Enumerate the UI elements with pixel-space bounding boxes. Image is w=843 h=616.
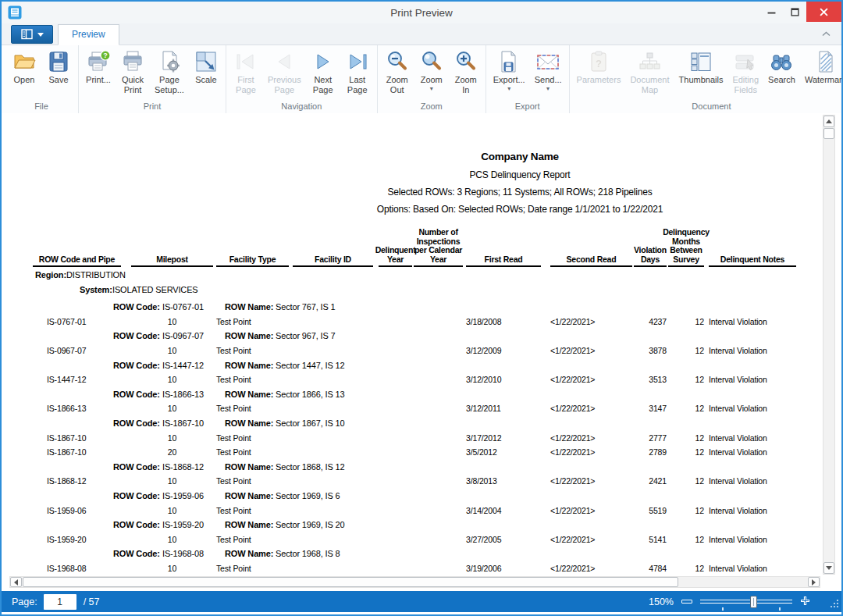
ribbon-toolbar: OpenSaveFile?Print...Quick PrintPage Set… (2, 45, 841, 114)
report-page: Company Name PCS Delinquency Report Sele… (9, 115, 821, 575)
button-label: Last Page (347, 75, 368, 94)
minimize-icon (767, 8, 776, 16)
page-number-input[interactable] (44, 594, 76, 610)
page-setup-icon (157, 49, 182, 74)
row-code-value: IS-1867-10 (162, 416, 204, 431)
zoom-slider[interactable] (700, 600, 792, 604)
page-label: Page: (12, 596, 37, 607)
months-cell: 12 (668, 344, 704, 358)
vertical-scrollbar[interactable] (823, 115, 835, 575)
zoom-in-button[interactable]: Zoom In (449, 47, 483, 94)
row-name-label: ROW Name: (225, 300, 273, 315)
search-button[interactable]: Search (763, 47, 800, 85)
close-button[interactable] (806, 2, 841, 22)
export-icon (496, 49, 521, 74)
row-code-label: ROW Code: (113, 547, 160, 561)
horizontal-scroll-thumb[interactable] (23, 577, 678, 587)
scroll-down-button[interactable] (823, 562, 834, 574)
save-button[interactable]: Save (41, 47, 76, 85)
arrow-up-icon (826, 119, 832, 123)
facility-type-cell: Test Point (216, 344, 251, 358)
scale-button[interactable]: Scale (189, 47, 223, 85)
collapse-ribbon-button[interactable] (820, 29, 831, 38)
row-name-value: Sector 1447, IS 12 (276, 358, 344, 373)
zoom-out-slider-button[interactable] (681, 600, 692, 604)
button-label: Page Setup... (155, 75, 184, 94)
report-data-row: IS-1447-1210Test Point3/12/2010<1/22/202… (9, 372, 821, 387)
next-page-button[interactable]: Next Page (306, 47, 340, 94)
report-data-row: IS-1868-1210Test Point3/8/2013<1/22/2021… (9, 474, 821, 489)
page-setup-button[interactable]: Page Setup... (150, 47, 189, 94)
first-read-cell: 3/27/2005 (466, 532, 501, 547)
row-code-value: IS-1447-12 (162, 358, 204, 373)
scroll-up-button[interactable] (823, 116, 834, 127)
first-read-cell: 3/17/2012 (466, 431, 501, 446)
row-name-label: ROW Name: (225, 387, 273, 402)
column-header: Number of Inspections per Calendar Year (414, 228, 463, 267)
delinquent-notes-cell: Interval Violation (709, 344, 767, 358)
last-page-button[interactable]: Last Page (340, 47, 375, 94)
row-code-cell: IS-1867-10 (47, 431, 86, 446)
milepost-cell: 10 (131, 431, 213, 446)
facility-type-cell: Test Point (216, 532, 251, 547)
second-read-cell: <1/22/2021> (550, 372, 595, 387)
group-caption: Zoom (380, 100, 483, 113)
button-label: Zoom In (455, 75, 477, 94)
zoom-in-slider-button[interactable] (800, 596, 810, 608)
report-data-row: IS-0767-0110Test Point3/18/2008<1/22/202… (9, 315, 821, 329)
scroll-right-button[interactable] (808, 577, 820, 587)
months-cell: 12 (668, 474, 704, 489)
row-code-cell: IS-1866-13 (47, 401, 86, 416)
second-read-cell: <1/22/2021> (550, 401, 595, 416)
minimize-button[interactable] (759, 2, 783, 22)
milepost-cell: 10 (131, 474, 213, 489)
row-code-label: ROW Code: (113, 489, 160, 504)
arrow-down-icon (826, 566, 832, 570)
row-group-header: ROW Code:IS-1959-06ROW Name:Sector 1969,… (9, 489, 821, 504)
print-button[interactable]: ?Print... (81, 47, 116, 85)
column-header: First Read (466, 255, 541, 268)
quick-print-button[interactable]: Quick Print (116, 47, 150, 94)
group-caption: Document (572, 100, 843, 113)
document-map-icon (637, 49, 662, 74)
column-header: Facility ID (293, 255, 373, 268)
resize-grip[interactable] (830, 599, 839, 611)
tab-preview[interactable]: Preview (58, 24, 119, 45)
second-read-cell: <1/22/2021> (550, 504, 595, 518)
row-group-header: ROW Code:IS-1867-10ROW Name:Sector 1867,… (9, 416, 821, 431)
dropdown-caret-icon: ▾ (430, 86, 433, 92)
send-button[interactable]: Send...▾ (530, 47, 567, 92)
editing-fields-button: Editing Fields (727, 47, 763, 94)
zoom-slider-thumb[interactable] (750, 596, 757, 608)
months-cell: 12 (668, 445, 704, 460)
open-button[interactable]: Open (7, 47, 41, 85)
scale-icon (194, 49, 219, 74)
region-label: Region: (35, 268, 66, 283)
thumbnails-button[interactable]: Thumbnails (674, 47, 728, 85)
row-name-label: ROW Name: (225, 547, 273, 561)
row-name-value: Sector 1969, IS 20 (276, 518, 344, 532)
ribbon-tabs-row: Preview (2, 23, 841, 45)
button-label: Scale (195, 75, 217, 85)
watermark-button[interactable]: Watermark (800, 47, 843, 85)
horizontal-scrollbar[interactable] (9, 576, 820, 588)
column-header: ROW Code and Pipe (33, 255, 121, 268)
zoom-button[interactable]: Zoom▾ (414, 47, 449, 92)
row-name-value: Sector 1868, IS 12 (276, 460, 344, 475)
app-menu-button[interactable] (11, 25, 53, 44)
scroll-left-button[interactable] (10, 577, 22, 587)
arrow-left-icon (14, 579, 18, 586)
zoom-out-button[interactable]: Zoom Out (380, 47, 414, 94)
group-caption: Print (81, 100, 223, 113)
column-header: Delinquency Months Between Survey (668, 228, 704, 267)
export-button[interactable]: Export...▾ (489, 47, 530, 92)
row-code-label: ROW Code: (113, 329, 160, 344)
maximize-button[interactable] (783, 2, 806, 22)
thumbnails-icon (688, 49, 713, 74)
delinquent-notes-cell: Interval Violation (709, 532, 767, 547)
row-group-header: ROW Code:IS-1959-20ROW Name:Sector 1969,… (9, 518, 821, 532)
vertical-scroll-thumb[interactable] (823, 128, 834, 139)
group-caption: Navigation (229, 100, 375, 113)
row-name-label: ROW Name: (225, 358, 273, 373)
facility-type-cell: Test Point (216, 561, 251, 575)
